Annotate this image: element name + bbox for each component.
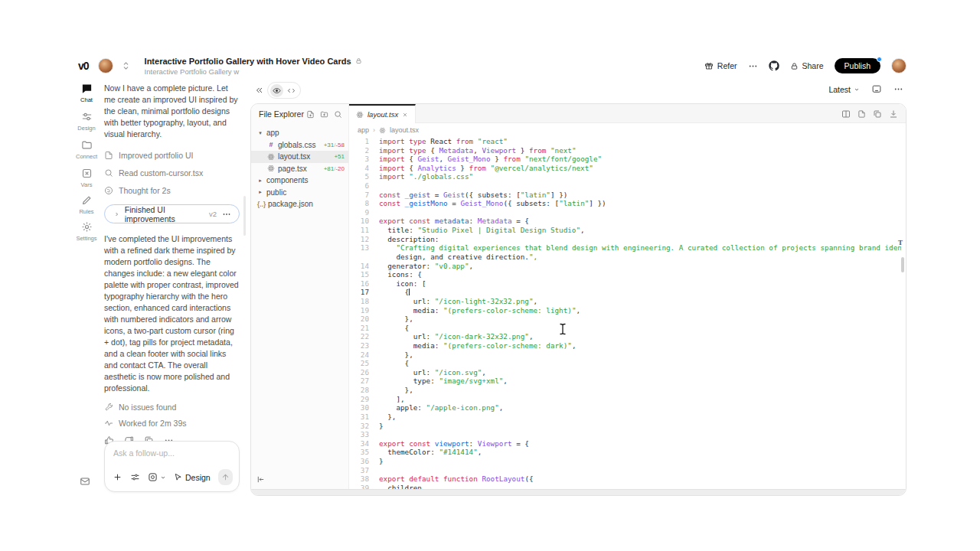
code-line[interactable]: 27 type: "image/svg+xml", [349,377,901,386]
code-line[interactable]: 29 ], [349,395,901,404]
tab-close-icon[interactable] [402,112,408,118]
download-icon[interactable] [889,109,898,119]
code-line[interactable]: design, and creative direction.", [349,253,901,262]
workspace-more-icon[interactable] [893,84,903,94]
user-avatar[interactable] [891,58,906,73]
code-line[interactable]: 24 }, [349,350,901,360]
code-line[interactable]: 36} [349,457,901,466]
code-line[interactable]: 10export const metadata: Metadata = { [349,217,901,226]
collapse-panel-icon[interactable] [255,86,264,95]
new-file-icon[interactable] [306,110,315,119]
sidebar-item-vars[interactable]: Vars [74,168,100,188]
search-files-icon[interactable] [334,110,342,119]
collapse-explorer-icon[interactable] [256,475,265,484]
code-line[interactable]: 3import { Geist, Geist_Mono } from "next… [349,155,901,164]
file-tree-item-page-tsx[interactable]: page.tsx+81/-20 [251,163,348,175]
code-line[interactable]: 32} [349,422,901,431]
composer-settings-icon[interactable] [130,472,140,482]
code-line[interactable]: 16 icon: [ [349,279,901,289]
followup-input[interactable] [113,448,228,458]
sidebar-item-settings[interactable]: Settings [74,221,100,242]
task-improved-portfolio[interactable]: Improved portfolio UI [104,146,240,164]
code-line[interactable]: 25 { [349,359,901,368]
open-file-icon[interactable] [858,109,866,119]
file-tree-item-globals-css[interactable]: #globals.css+31/-58 [251,139,348,152]
code-line[interactable]: 22 url: "/icon-dark-32x32.png", [349,332,901,341]
open-preview-window-icon[interactable] [871,84,882,94]
new-folder-icon[interactable] [320,110,328,119]
split-editor-icon[interactable] [841,109,851,119]
tab-layout-tsx[interactable]: layout.tsx [349,104,416,123]
file-tree-item-public[interactable]: ▸public [251,187,348,199]
v0-logo[interactable]: v0 [78,60,89,72]
code-line[interactable]: 14 generator: "v0.app", [349,262,901,271]
code-line[interactable]: 2import type { Metadata, Viewport } from… [349,146,901,155]
code-line[interactable]: 38export default function RootLayout({ [349,474,901,484]
code-line[interactable]: 30 apple: "/apple-icon.png", [349,403,901,412]
task-thought[interactable]: Thought for 2s [104,181,240,199]
attach-plus-icon[interactable] [113,472,122,482]
file-tree-item-app[interactable]: ▾app [251,127,348,139]
version-label: Latest [828,85,851,94]
code-line[interactable]: 35 themeColor: "#141414", [349,448,901,457]
code-line[interactable]: 20 }, [349,315,901,324]
breadcrumb-file[interactable]: layout.tsx [390,126,419,134]
preview-eye-button[interactable] [270,84,283,97]
code-line[interactable]: 23 media: "(prefers-color-scheme: dark)"… [349,341,901,350]
project-owner-avatar[interactable] [98,58,113,73]
file-tree-item-package-json[interactable]: {..}package.json [251,198,348,210]
github-icon[interactable] [769,60,779,71]
code-line[interactable]: 11 title: "Studio Pixel | Digital Design… [349,226,901,235]
sidebar-item-rules[interactable]: Rules [74,194,100,215]
version-dropdown[interactable]: Latest [828,85,860,94]
finished-improvements-card[interactable]: Finished UI improvements v2 [104,204,240,223]
code-area[interactable]: 1import type React from "react"2import t… [349,137,901,489]
breadcrumb-app[interactable]: app [358,126,369,134]
code-line[interactable]: 21 { [349,324,901,333]
code-line[interactable]: 5import "./globals.css" [349,172,901,181]
code-line[interactable]: 28 }, [349,386,901,395]
design-mode-button[interactable]: Design [174,473,211,482]
sidebar-item-chat[interactable]: Chat [74,83,100,103]
sidebar-item-design[interactable]: Design [74,111,100,132]
project-switcher-chevron-icon[interactable] [122,61,129,70]
chat-scrollbar[interactable] [243,196,246,236]
share-button[interactable]: Share [790,61,824,70]
model-select[interactable] [148,472,166,482]
copy-code-icon[interactable] [873,109,882,119]
file-tree-item-components[interactable]: ▸components [251,174,348,187]
code-line[interactable]: 8const _geistMono = Geist_Mono({ subsets… [349,199,901,208]
code-line[interactable]: 31 }, [349,412,901,422]
code-line[interactable]: 39 children, [349,484,901,489]
card-more-icon[interactable] [222,210,231,219]
code-line[interactable]: 17 { [349,288,901,297]
code-line[interactable]: 4import { Analytics } from "@vercel/anal… [349,164,901,173]
code-line[interactable]: 26 url: "/icon.svg", [349,368,901,377]
code-line[interactable]: 37 [349,466,901,475]
publish-button[interactable]: Publish [835,58,880,73]
code-line[interactable]: 18 url: "/icon-light-32x32.png", [349,297,901,306]
send-button[interactable] [218,469,233,485]
version-badge: v2 [209,210,217,218]
code-view-button[interactable] [285,84,298,97]
code-line[interactable]: 13 "Crafting digital experiences that bl… [349,243,901,253]
code-line[interactable]: 15 icons: { [349,270,901,279]
sidebar-item-connect[interactable]: Connect [74,139,100,160]
code-line[interactable]: 6 [349,181,901,191]
code-line[interactable]: 34export const viewport: Viewport = { [349,439,901,448]
file-tree-item-layout-tsx[interactable]: layout.tsx+51 [251,151,348,163]
inbox-mail-icon[interactable] [80,476,90,487]
task-label: Thought for 2s [119,186,171,195]
editor-scrollbar-thumb[interactable] [901,257,904,272]
code-line[interactable]: 12 description: [349,235,901,244]
code-line[interactable]: 1import type React from "react" [349,137,901,146]
code-line[interactable]: 19 media: "(prefers-color-scheme: light)… [349,306,901,315]
header-more-icon[interactable] [748,61,758,71]
horizontal-scrollbar[interactable] [251,489,906,495]
code-line[interactable]: 33 [349,430,901,439]
refer-button[interactable]: Refer [704,61,737,70]
code-line[interactable]: 9 [349,208,901,217]
status-issues-label: No issues found [119,403,176,412]
code-line[interactable]: 7const _geist = Geist({ subsets: ["latin… [349,191,901,200]
task-read-file[interactable]: Read custom-cursor.tsx [104,164,240,181]
